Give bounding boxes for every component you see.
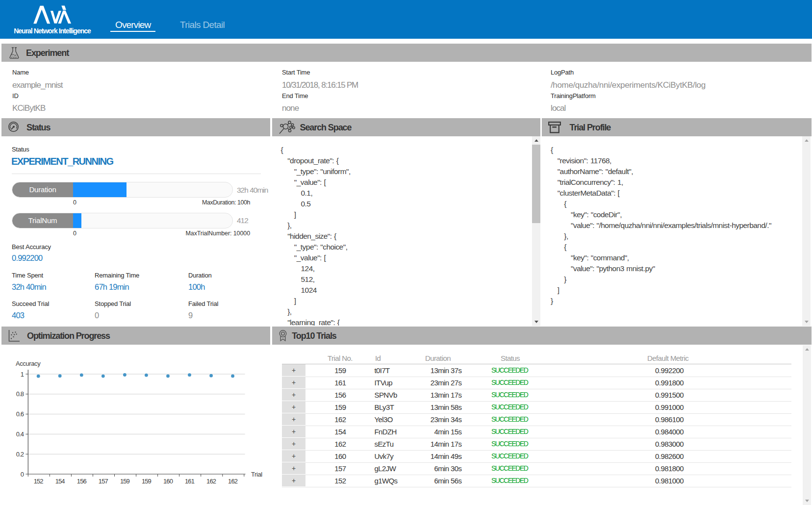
svg-text:1: 1 xyxy=(21,371,24,378)
svg-text:Accuracy: Accuracy xyxy=(16,360,41,367)
svg-text:Trial: Trial xyxy=(251,471,262,478)
svg-text:157: 157 xyxy=(99,478,108,485)
svg-text:152: 152 xyxy=(34,478,44,485)
svg-text:156: 156 xyxy=(77,478,87,485)
svg-text:159: 159 xyxy=(142,478,152,485)
svg-text:162: 162 xyxy=(206,478,216,485)
svg-text:160: 160 xyxy=(163,478,173,485)
svg-text:0.4: 0.4 xyxy=(16,430,24,438)
svg-text:0.6: 0.6 xyxy=(16,410,24,418)
svg-text:0: 0 xyxy=(21,471,24,478)
svg-text:0.2: 0.2 xyxy=(16,451,24,458)
svg-text:0.8: 0.8 xyxy=(16,390,24,398)
svg-text:154: 154 xyxy=(55,478,65,485)
svg-text:161: 161 xyxy=(185,478,195,485)
svg-text:159: 159 xyxy=(120,478,130,485)
svg-text:162: 162 xyxy=(228,478,238,485)
